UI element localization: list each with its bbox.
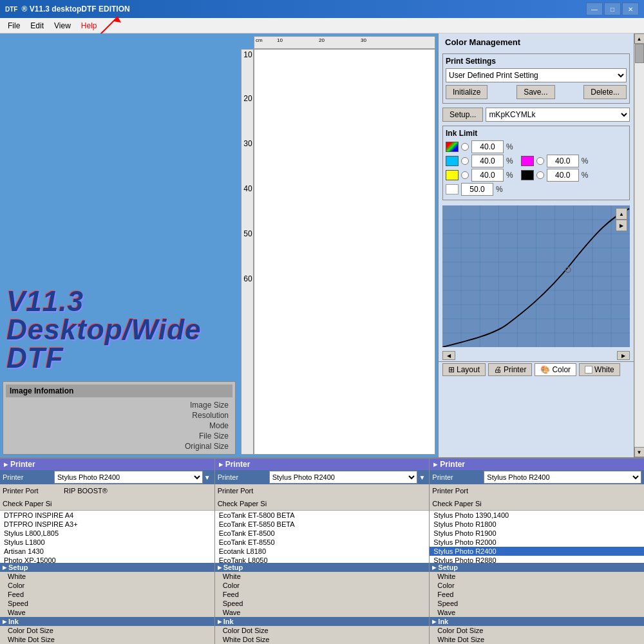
menu-file[interactable]: File xyxy=(3,20,25,32)
p3-speed-item[interactable]: Speed xyxy=(430,599,644,608)
p3-dropdown-list[interactable]: Stylus Photo 1390,1400 Stylus Photo R180… xyxy=(430,510,644,563)
p2-dropdown-list[interactable]: EcoTank ET-5800 BETA EcoTank ET-5850 BET… xyxy=(215,510,430,563)
tab-printer[interactable]: 🖨 Printer xyxy=(488,363,532,376)
save-button[interactable]: Save... xyxy=(516,85,554,99)
curve-btn-up[interactable]: ▲ xyxy=(616,208,627,220)
image-info-section: Image Infomation Image Size Resolution M… xyxy=(3,381,236,455)
p1-dd-item-1[interactable]: DTFPRO INSPIRE A4 xyxy=(0,511,214,520)
p3-dd-item-4[interactable]: Stylus Photo R2000 xyxy=(430,538,644,547)
p1-paper-label: Check Paper Si xyxy=(3,500,64,507)
p1-printer-select[interactable]: Stylus Photo R2400 xyxy=(54,471,203,484)
scroll-thumb[interactable] xyxy=(635,44,644,63)
ruler-area: cm 10 20 30 10 20 30 40 xyxy=(241,36,435,455)
scroll-track[interactable] xyxy=(635,44,644,447)
ink-black-value[interactable] xyxy=(547,169,579,182)
p1-color-dot-item[interactable]: Color Dot Size xyxy=(0,626,214,635)
panel-1-header: Printer xyxy=(0,459,214,470)
p2-dropdown-arrow[interactable]: ▼ xyxy=(417,474,426,481)
p2-feed-item[interactable]: Feed xyxy=(215,590,430,599)
p1-white-dot-item[interactable]: White Dot Size xyxy=(0,635,214,644)
maximize-button[interactable]: □ xyxy=(604,3,621,15)
p1-color-item[interactable]: Color xyxy=(0,581,214,590)
initialize-button[interactable]: Initialize xyxy=(446,85,488,99)
p3-feed-item[interactable]: Feed xyxy=(430,590,644,599)
setup-dropdown[interactable]: mKpKCYMLk xyxy=(486,108,630,122)
p3-dd-item-3[interactable]: Stylus Photo R1900 xyxy=(430,529,644,538)
p2-dd-item-6[interactable]: EcoTank L8050 xyxy=(215,556,430,563)
menu-edit[interactable]: Edit xyxy=(25,20,49,32)
p1-speed-item[interactable]: Speed xyxy=(0,599,214,608)
p1-dd-item-5[interactable]: Artisan 1430 xyxy=(0,547,214,556)
radio-cyan[interactable] xyxy=(461,157,469,165)
p2-port-row: Printer Port xyxy=(215,484,430,497)
setup-button[interactable]: Setup... xyxy=(442,108,483,122)
tab-layout[interactable]: ⊞ Layout xyxy=(442,363,486,376)
p2-speed-item[interactable]: Speed xyxy=(215,599,430,608)
p2-dd-item-4[interactable]: EcoTank ET-8550 xyxy=(215,538,430,547)
ink-main-value[interactable] xyxy=(471,140,504,153)
ink-cyan-pct: % xyxy=(506,156,513,166)
tab-color[interactable]: 🎨 Color xyxy=(535,363,576,376)
p2-dd-item-2[interactable]: EcoTank ET-5850 BETA xyxy=(215,520,430,529)
p1-feed-item[interactable]: Feed xyxy=(0,590,214,599)
p1-white-item[interactable]: White xyxy=(0,572,214,581)
p3-color-item[interactable]: Color xyxy=(430,581,644,590)
radio-magenta[interactable] xyxy=(536,157,544,165)
p1-printer-label: Printer xyxy=(3,473,54,481)
ink-magenta-value[interactable] xyxy=(547,155,579,167)
scroll-right-btn[interactable]: ▶ xyxy=(617,351,630,360)
print-settings-dropdown[interactable]: User Defined Print Setting xyxy=(446,68,627,82)
radio-yellow[interactable] xyxy=(461,171,469,179)
ink-black-pct: % xyxy=(582,171,589,180)
p2-color-dot-item[interactable]: Color Dot Size xyxy=(215,626,430,635)
p2-color-item[interactable]: Color xyxy=(215,581,430,590)
p1-dd-item-3[interactable]: Stylus L800,L805 xyxy=(0,529,214,538)
p1-dropdown-list[interactable]: DTFPRO INSPIRE A4 DTFPRO INSPIRE A3+ Sty… xyxy=(0,510,214,563)
p3-dd-item-6[interactable]: Stylus Photo R2880 xyxy=(430,556,644,563)
scroll-left-btn[interactable]: ◀ xyxy=(442,351,455,360)
p3-printer-row: Printer Stylus Photo R2400 xyxy=(430,470,644,484)
radio-black[interactable] xyxy=(536,171,544,179)
p2-white-item[interactable]: White xyxy=(215,572,430,581)
ink-yellow-value[interactable] xyxy=(471,169,504,182)
print-canvas xyxy=(254,49,435,455)
p3-dd-item-1[interactable]: Stylus Photo 1390,1400 xyxy=(430,511,644,520)
p2-dd-item-3[interactable]: EcoTank ET-8500 xyxy=(215,529,430,538)
menu-bar: File Edit View Help xyxy=(0,18,644,33)
bottom-panels: Printer Printer Stylus Photo R2400 ▼ Pri… xyxy=(0,457,644,644)
p2-dd-item-5[interactable]: Ecotank L8180 xyxy=(215,547,430,556)
p2-white-dot-item[interactable]: White Dot Size xyxy=(215,635,430,644)
close-button[interactable]: ✕ xyxy=(622,3,639,15)
p3-white-dot-item[interactable]: White Dot Size xyxy=(430,635,644,644)
color-icon: 🎨 xyxy=(540,365,550,374)
p2-port-label: Printer Port xyxy=(218,487,279,495)
p3-color-dot-item[interactable]: Color Dot Size xyxy=(430,626,644,635)
menu-view[interactable]: View xyxy=(49,20,76,32)
p2-dd-item-1[interactable]: EcoTank ET-5800 BETA xyxy=(215,511,430,520)
curve-btn-right[interactable]: ▶ xyxy=(616,220,627,231)
scroll-down-btn[interactable]: ▼ xyxy=(634,447,645,457)
p3-printer-select[interactable]: Stylus Photo R2400 xyxy=(484,471,641,484)
p2-printer-select[interactable]: Stylus Photo R2400 xyxy=(269,471,418,484)
p1-dropdown-arrow[interactable]: ▼ xyxy=(203,474,212,481)
p1-dd-item-2[interactable]: DTFPRO INSPIRE A3+ xyxy=(0,520,214,529)
p1-dd-item-6[interactable]: Photo XP-15000 xyxy=(0,556,214,563)
ruler-svg-left: 10 20 30 40 50 60 xyxy=(242,50,254,454)
print-settings-label: Print Settings xyxy=(446,57,627,66)
ink-cyan-value[interactable] xyxy=(471,155,504,167)
delete-button[interactable]: Delete... xyxy=(583,85,627,99)
p3-dd-item-5[interactable]: Stylus Photo R2400 xyxy=(430,547,644,556)
p1-wave-item[interactable]: Wave xyxy=(0,608,214,617)
right-panel-scrollbar[interactable]: ▲ ▼ xyxy=(634,33,644,457)
scroll-up-btn[interactable]: ▲ xyxy=(634,33,645,44)
p3-white-item[interactable]: White xyxy=(430,572,644,581)
ink-white-value[interactable] xyxy=(461,183,493,196)
p3-wave-item[interactable]: Wave xyxy=(430,608,644,617)
menu-help[interactable]: Help xyxy=(76,20,102,32)
minimize-button[interactable]: — xyxy=(586,3,603,15)
tab-white[interactable]: White xyxy=(579,363,620,376)
p3-dd-item-2[interactable]: Stylus Photo R1800 xyxy=(430,520,644,529)
p2-wave-item[interactable]: Wave xyxy=(215,608,430,617)
radio-main[interactable] xyxy=(461,143,469,151)
p1-dd-item-4[interactable]: Stylus L1800 xyxy=(0,538,214,547)
